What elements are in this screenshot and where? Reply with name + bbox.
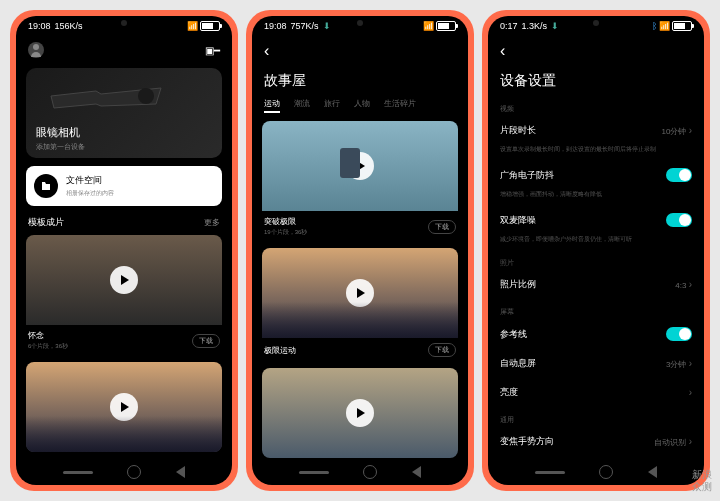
nav-back[interactable]	[412, 466, 421, 478]
setting-ratio[interactable]: 照片比例4:3 ›	[498, 270, 694, 299]
nav-back[interactable]	[176, 466, 185, 478]
section-screen: 屏幕	[498, 299, 694, 319]
nav-recents[interactable]	[535, 471, 565, 474]
play-icon[interactable]	[346, 399, 374, 427]
tab-travel[interactable]: 旅行	[324, 98, 340, 109]
hero-title: 眼镜相机	[36, 125, 80, 140]
video-card-2[interactable]	[26, 362, 222, 452]
signal-icon: 📶	[659, 21, 670, 31]
download-button[interactable]: 下载	[428, 343, 456, 357]
download-icon: ⬇	[551, 21, 559, 31]
video-thumbnail	[262, 121, 458, 211]
status-time: 0:17	[500, 21, 518, 31]
video-title: 突破极限	[264, 216, 307, 227]
nav-recents[interactable]	[63, 471, 93, 474]
tab-life[interactable]: 生活碎片	[384, 98, 416, 109]
status-speed: 757K/s	[291, 21, 319, 31]
setting-stabilization[interactable]: 广角电子防抖	[498, 160, 694, 190]
nav-home[interactable]	[599, 465, 613, 479]
svg-point-0	[138, 88, 154, 104]
device-hero[interactable]: 眼镜相机 添加第一台设备	[26, 68, 222, 158]
chevron-right-icon: ›	[689, 436, 692, 447]
tab-trend[interactable]: 潮流	[294, 98, 310, 109]
bt-icon: ᛒ	[652, 21, 657, 31]
download-button[interactable]: 下载	[428, 220, 456, 234]
video-card-1[interactable]: 突破极限19个片段，36秒 下载	[262, 121, 458, 242]
hero-subtitle: 添加第一台设备	[36, 142, 85, 152]
status-speed: 1.3K/s	[522, 21, 548, 31]
phone-1: 19:08156K/s 📶 ▣━ 眼镜相机 添加第一台设备 文件空间 相册保存过…	[10, 10, 238, 491]
toggle-on[interactable]	[666, 213, 692, 227]
nav-bar	[488, 459, 704, 485]
video-title: 极限运动	[264, 345, 296, 356]
setting-guidelines[interactable]: 参考线	[498, 319, 694, 349]
video-thumbnail	[262, 368, 458, 458]
toggle-on[interactable]	[666, 327, 692, 341]
section-photo: 照片	[498, 250, 694, 270]
tabs: 运动 潮流 旅行 人物 生活碎片	[262, 98, 458, 109]
nav-bar	[16, 459, 232, 485]
file-space-card[interactable]: 文件空间 相册保存过的内容	[26, 166, 222, 206]
video-thumbnail	[26, 235, 222, 325]
status-speed: 156K/s	[55, 21, 83, 31]
page-title: 设备设置	[500, 72, 692, 90]
section-title: 模板成片	[28, 216, 64, 229]
chevron-right-icon: ›	[689, 125, 692, 136]
setting-desc: 设置单次录制最长时间，到达设置的最长时间后将停止录制	[498, 145, 694, 160]
video-meta: 19个片段，36秒	[264, 228, 307, 237]
page-title: 故事屋	[264, 72, 456, 90]
setting-zoom[interactable]: 变焦手势方向自动识别 ›	[498, 427, 694, 456]
chevron-right-icon: ›	[689, 279, 692, 290]
toggle-on[interactable]	[666, 168, 692, 182]
signal-icon: 📶	[187, 21, 198, 31]
nav-bar	[252, 459, 468, 485]
signal-icon: 📶	[423, 21, 434, 31]
profile-icon[interactable]	[28, 42, 44, 58]
setting-autooff[interactable]: 自动息屏3分钟 ›	[498, 349, 694, 378]
setting-desc: 增稳增强，画面抖动，清晰度略有降低	[498, 190, 694, 205]
camera-mode-icon[interactable]: ▣━	[205, 45, 220, 56]
download-button[interactable]: 下载	[192, 334, 220, 348]
video-thumbnail	[262, 248, 458, 338]
nav-home[interactable]	[127, 465, 141, 479]
folder-icon	[34, 174, 58, 198]
phone-3: 0:171.3K/s⬇ ᛒ📶 ‹ 设备设置 视频 片段时长10分钟 › 设置单次…	[482, 10, 710, 491]
status-time: 19:08	[264, 21, 287, 31]
section-video: 视频	[498, 96, 694, 116]
chevron-right-icon: ›	[689, 387, 692, 398]
video-thumbnail	[26, 362, 222, 452]
video-meta: 6个片段，36秒	[28, 342, 68, 351]
nav-recents[interactable]	[299, 471, 329, 474]
chevron-right-icon: ›	[689, 358, 692, 369]
setting-noise[interactable]: 双麦降噪	[498, 205, 694, 235]
battery-icon	[200, 21, 220, 31]
setting-duration[interactable]: 片段时长10分钟 ›	[498, 116, 694, 145]
video-card-3[interactable]	[262, 368, 458, 458]
nav-back[interactable]	[648, 466, 657, 478]
video-card-2[interactable]: 极限运动 下载	[262, 248, 458, 362]
section-general: 通用	[498, 407, 694, 427]
setting-desc: 减少环境音，即便嘈杂户外时音质仍佳，清晰可听	[498, 235, 694, 250]
play-icon[interactable]	[110, 266, 138, 294]
status-time: 19:08	[28, 21, 51, 31]
video-card-1[interactable]: 怀念6个片段，36秒 下载	[26, 235, 222, 356]
setting-brightness[interactable]: 亮度›	[498, 378, 694, 407]
battery-icon	[672, 21, 692, 31]
file-subtitle: 相册保存过的内容	[66, 189, 114, 198]
more-button[interactable]: 更多	[204, 217, 220, 228]
tab-sports[interactable]: 运动	[264, 98, 280, 109]
battery-icon	[436, 21, 456, 31]
video-title: 怀念	[28, 330, 68, 341]
notch	[330, 16, 390, 30]
watermark: 新浪众测	[692, 469, 712, 493]
notch	[94, 16, 154, 30]
glasses-image	[46, 76, 166, 116]
back-button[interactable]: ‹	[500, 42, 505, 60]
back-button[interactable]: ‹	[264, 42, 269, 60]
notch	[566, 16, 626, 30]
nav-home[interactable]	[363, 465, 377, 479]
phone-2: 19:08757K/s⬇ 📶 ‹ 故事屋 运动 潮流 旅行 人物 生活碎片 突破…	[246, 10, 474, 491]
file-title: 文件空间	[66, 174, 114, 187]
tab-people[interactable]: 人物	[354, 98, 370, 109]
